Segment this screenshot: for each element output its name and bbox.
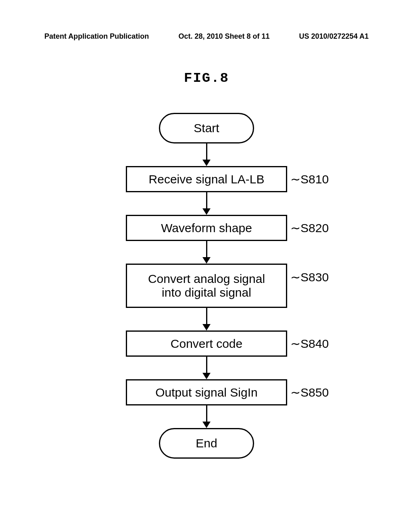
step-label: Output signal SigIn bbox=[155, 386, 258, 399]
step-s830: Convert analog signal into digital signa… bbox=[126, 264, 287, 308]
step-s820: Waveform shape bbox=[126, 215, 287, 241]
step-row: Convert code ∼S840 bbox=[126, 330, 287, 357]
step-s850: Output signal SigIn bbox=[126, 379, 287, 405]
end-node: End bbox=[159, 428, 254, 459]
step-row: Waveform shape ∼S820 bbox=[126, 215, 287, 241]
step-row: Output signal SigIn ∼S850 bbox=[126, 379, 287, 405]
arrow bbox=[202, 241, 211, 264]
step-row: Convert analog signal into digital signa… bbox=[126, 264, 287, 308]
end-label: End bbox=[196, 436, 217, 450]
arrow bbox=[202, 308, 211, 330]
step-label: Receive signal LA-LB bbox=[149, 172, 265, 186]
step-label: Convert analog signal into digital signa… bbox=[148, 272, 265, 299]
step-ref: ∼S820 bbox=[290, 221, 329, 235]
step-s840: Convert code bbox=[126, 330, 287, 357]
start-node: Start bbox=[159, 113, 254, 143]
arrow bbox=[202, 143, 211, 166]
step-row: Receive signal LA-LB ∼S810 bbox=[126, 166, 287, 192]
arrow bbox=[202, 405, 211, 428]
header-right: US 2010/0272254 A1 bbox=[299, 32, 369, 41]
flowchart: Start Receive signal LA-LB ∼S810 Wavefor… bbox=[0, 113, 413, 459]
step-ref: ∼S830 bbox=[290, 270, 329, 284]
step-ref: ∼S810 bbox=[290, 172, 329, 186]
header-left: Patent Application Publication bbox=[44, 32, 149, 41]
step-label: Waveform shape bbox=[161, 221, 252, 235]
page-header: Patent Application Publication Oct. 28, … bbox=[0, 32, 413, 41]
step-s810: Receive signal LA-LB bbox=[126, 166, 287, 192]
header-mid: Oct. 28, 2010 Sheet 8 of 11 bbox=[178, 32, 269, 41]
figure-label: FIG.8 bbox=[0, 71, 413, 86]
arrow bbox=[202, 357, 211, 379]
step-ref: ∼S850 bbox=[290, 385, 329, 399]
step-label: Convert code bbox=[171, 337, 242, 351]
step-ref: ∼S840 bbox=[290, 337, 329, 351]
arrow bbox=[202, 192, 211, 215]
start-label: Start bbox=[194, 121, 219, 135]
